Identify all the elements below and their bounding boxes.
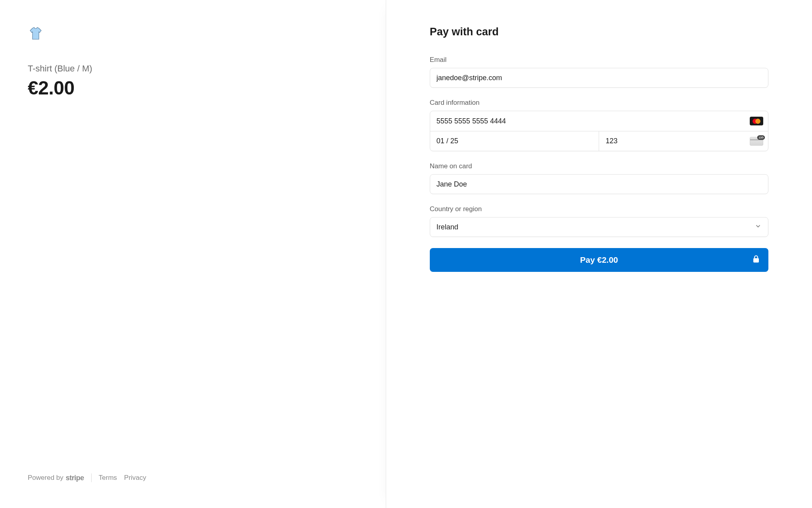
card-group: 135 <box>430 111 768 151</box>
terms-link[interactable]: Terms <box>99 474 117 482</box>
tshirt-icon <box>28 26 44 42</box>
card-label: Card information <box>430 99 768 107</box>
footer-divider <box>91 473 92 482</box>
pay-heading: Pay with card <box>430 26 768 38</box>
country-select-wrap: Ireland <box>430 217 768 237</box>
email-label: Email <box>430 56 768 64</box>
svg-rect-0 <box>753 258 759 263</box>
product-name: T-shirt (Blue / M) <box>28 64 350 74</box>
card-number-field[interactable] <box>437 111 762 131</box>
card-expiry-field[interactable] <box>437 131 593 151</box>
country-select[interactable]: Ireland <box>430 217 768 237</box>
cvc-badge: 135 <box>757 135 765 140</box>
mastercard-icon <box>750 117 763 125</box>
product-price: €2.00 <box>28 77 350 99</box>
country-group: Country or region Ireland <box>430 205 768 237</box>
email-group: Email <box>430 56 768 88</box>
name-label: Name on card <box>430 162 768 170</box>
card-number-row <box>430 111 768 131</box>
email-field[interactable] <box>430 68 768 88</box>
pay-button-label: Pay €2.00 <box>580 255 618 265</box>
card-group-wrapper: Card information 135 <box>430 99 768 151</box>
powered-by-text: Powered by <box>28 474 63 482</box>
stripe-logo: stripe <box>66 474 84 482</box>
card-cvc-cell: 135 <box>599 131 768 151</box>
cvc-icon: 135 <box>750 137 763 146</box>
pay-button[interactable]: Pay €2.00 <box>430 248 768 272</box>
card-cvc-field[interactable] <box>605 131 762 151</box>
card-expiry-cvc-row: 135 <box>430 131 768 151</box>
order-summary-panel: T-shirt (Blue / M) €2.00 Powered by stri… <box>0 0 386 508</box>
footer: Powered by stripe Terms Privacy <box>28 473 350 482</box>
name-field[interactable] <box>430 174 768 194</box>
powered-by: Powered by stripe <box>28 474 84 482</box>
payment-form-panel: Pay with card Email Card information 135 <box>386 0 812 508</box>
lock-icon <box>753 255 760 265</box>
privacy-link[interactable]: Privacy <box>124 474 146 482</box>
card-expiry-cell <box>430 131 599 151</box>
name-group: Name on card <box>430 162 768 194</box>
country-label: Country or region <box>430 205 768 213</box>
